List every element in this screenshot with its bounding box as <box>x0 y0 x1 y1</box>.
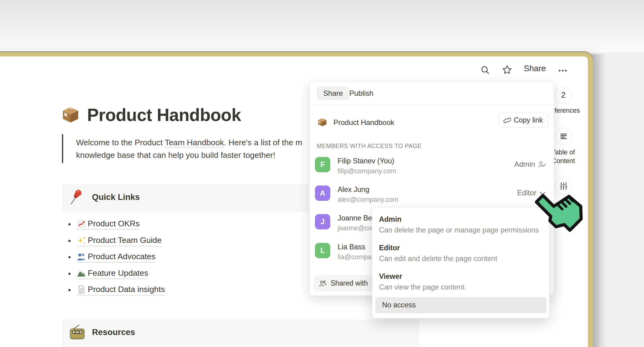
intro-text: . Here's a list of the m <box>224 138 302 147</box>
page-toolbar: Share <box>472 63 577 77</box>
list-item: Product Advocates <box>62 249 165 266</box>
link-feature-updates[interactable]: Feature Updates <box>77 268 148 279</box>
member-name: Joanne Be <box>338 214 372 222</box>
radio-emoji <box>69 324 86 341</box>
bullet-dot <box>68 273 71 275</box>
screen: Share Product Handbook Welcome to the Pr… <box>0 0 644 347</box>
member-name: Filip Stanev (You) <box>338 157 394 165</box>
member-name: Alex Jung <box>338 185 369 194</box>
menu-item-title: No access <box>382 301 416 309</box>
mountain-emoji <box>77 268 86 278</box>
bullet-dot <box>68 240 71 242</box>
link-label: Product Advocates <box>88 252 155 261</box>
references-button[interactable]: 2 <box>555 86 572 103</box>
sparkles-emoji <box>77 236 86 245</box>
toc-icon <box>559 131 568 141</box>
menu-item-title: Viewer <box>379 272 402 281</box>
menu-item-admin[interactable]: Admin Can delete the page or manage page… <box>372 208 549 236</box>
busts-emoji <box>77 252 86 261</box>
member-email: joanne@co <box>338 224 372 232</box>
member-email: lia@compa <box>338 253 371 261</box>
menu-item-title: Editor <box>379 244 400 252</box>
role-menu: Admin Can delete the page or manage page… <box>372 207 550 318</box>
person-check-icon <box>538 161 546 168</box>
member-name: Lia Bass <box>338 243 365 251</box>
quick-links-heading: Quick Links <box>92 192 140 202</box>
references-count: 2 <box>561 90 565 100</box>
package-emoji <box>61 106 80 124</box>
menu-item-description: Can view the page content. <box>379 283 466 291</box>
menu-item-no-access[interactable]: No access <box>375 297 546 313</box>
list-item: Product Team Guide <box>62 233 165 249</box>
shared-with-label: Shared with <box>331 279 368 287</box>
tab-share[interactable]: Share <box>317 87 349 100</box>
avatar: A <box>315 185 330 201</box>
package-emoji <box>317 117 327 127</box>
resources-heading: Resources <box>92 327 135 337</box>
bullet-dot <box>68 289 71 291</box>
role-label: Admin <box>514 160 535 169</box>
list-item: Feature Updates <box>62 266 165 282</box>
team-handbook-link[interactable]: Team Handbook <box>165 138 224 148</box>
star-icon[interactable] <box>502 65 512 75</box>
role-selector-admin[interactable]: Admin <box>514 160 546 169</box>
pushpin-emoji <box>69 189 86 206</box>
desktop-backdrop <box>0 0 644 52</box>
page-title: Product Handbook <box>87 105 241 125</box>
member-email: filip@company.com <box>338 167 396 175</box>
document-emoji <box>77 285 86 294</box>
tab-publish[interactable]: Publish <box>349 89 374 98</box>
link-label: Product OKRs <box>88 219 140 228</box>
link-product-okrs[interactable]: Product OKRs <box>77 219 140 230</box>
sliders-button[interactable] <box>555 177 572 195</box>
link-product-data-insights[interactable]: Product Data insights <box>77 285 165 295</box>
link-label: Feature Updates <box>88 268 148 278</box>
member-row-alex: A Alex Jung alex@company.com Editor <box>315 185 548 205</box>
role-label: Editor <box>517 189 536 197</box>
menu-item-description: Can delete the page or manage page permi… <box>379 226 539 234</box>
member-email: alex@company.com <box>338 196 398 204</box>
members-section-label: MEMBERS WITH ACCESS TO PAGE <box>317 142 422 150</box>
chart-increasing-emoji <box>77 219 86 228</box>
link-label: Product Team Guide <box>88 236 162 245</box>
menu-item-editor[interactable]: Editor Can edit and delete the page cont… <box>372 236 549 265</box>
list-item: Product OKRs <box>62 216 165 233</box>
sliders-icon <box>559 181 568 191</box>
avatar: F <box>315 157 330 172</box>
bullet-dot <box>68 223 71 225</box>
member-row-filip: F Filip Stanev (You) filip@company.com A… <box>315 157 548 176</box>
link-icon <box>504 117 511 124</box>
share-page-title: Product Handbook <box>333 118 394 127</box>
more-icon[interactable] <box>558 66 568 76</box>
quote-bar <box>62 134 63 163</box>
copy-link-button[interactable]: Copy link <box>498 113 548 128</box>
table-of-content-button[interactable] <box>555 127 572 145</box>
menu-item-description: Can edit and delete the page content <box>379 255 497 263</box>
intro-text-line2: knowledge base that can help you build f… <box>76 150 275 160</box>
avatar: L <box>315 243 330 258</box>
people-icon <box>319 279 327 287</box>
quick-links-list: Product OKRs Product Team Guide Product … <box>62 216 165 298</box>
chevron-down-icon <box>539 190 546 196</box>
link-label: Product Data insights <box>88 285 165 294</box>
intro-text: Welcome to the Product <box>76 138 165 147</box>
copy-link-label: Copy link <box>514 116 543 124</box>
role-selector-editor[interactable]: Editor <box>517 189 546 197</box>
menu-item-title: Admin <box>379 215 401 224</box>
avatar: J <box>315 214 330 229</box>
share-dialog-tabs: Share Publish <box>309 82 554 105</box>
link-product-team-guide[interactable]: Product Team Guide <box>77 236 162 246</box>
share-button[interactable]: Share <box>524 64 546 73</box>
resources-section-header: Resources <box>62 319 419 347</box>
menu-item-viewer[interactable]: Viewer Can view the page content. <box>372 265 549 293</box>
search-icon[interactable] <box>480 65 490 75</box>
bullet-dot <box>68 256 71 258</box>
list-item: Product Data insights <box>62 282 165 298</box>
link-product-advocates[interactable]: Product Advocates <box>77 252 155 263</box>
